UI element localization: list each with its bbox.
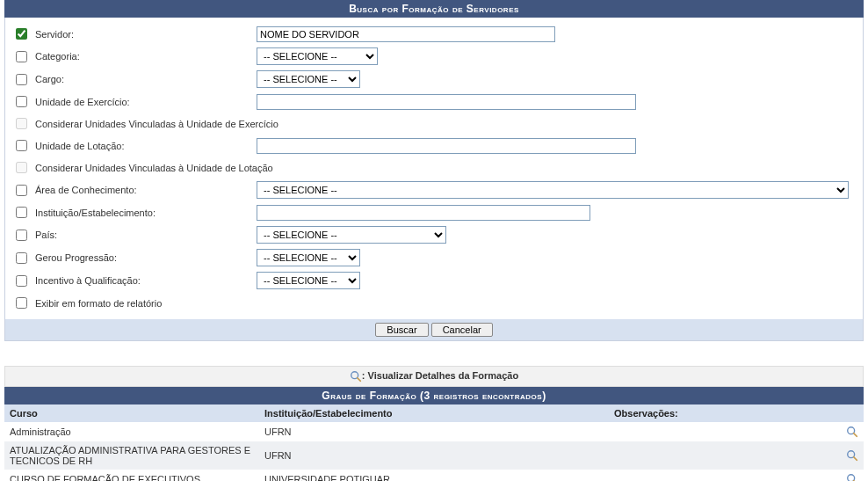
select-pais[interactable]: -- SELECIONE --: [257, 226, 446, 244]
input-instituicao[interactable]: [257, 205, 590, 221]
checkbox-categoria[interactable]: [16, 51, 27, 62]
button-bar: Buscar Cancelar: [5, 319, 863, 340]
select-incentivo[interactable]: -- SELECIONE --: [257, 272, 360, 289]
label-unidade-lotacao: Unidade de Lotação:: [32, 141, 257, 151]
row-pais: País: -- SELECIONE --: [5, 223, 863, 246]
row-progressao: Gerou Progressão: -- SELECIONE --: [5, 246, 863, 269]
cell-obs: [609, 470, 837, 481]
row-servidor: Servidor:: [5, 23, 863, 45]
checkbox-considerar-exercicio: [16, 118, 27, 129]
label-cargo: Cargo:: [32, 74, 257, 84]
table-row: CURSO DE FORMAÇÃO DE EXECUTIVOSUNIVERSID…: [4, 470, 864, 481]
checkbox-progressao[interactable]: [16, 252, 27, 264]
cell-obs: [609, 441, 837, 470]
view-details-icon[interactable]: [846, 449, 858, 462]
label-progressao: Gerou Progressão:: [32, 252, 257, 263]
form-title: Busca por Formação de Servidores: [4, 0, 864, 18]
row-instituicao: Instituição/Estabelecimento:: [5, 201, 863, 223]
row-relatorio: Exibir em formato de relatório: [5, 292, 863, 314]
checkbox-cargo[interactable]: [16, 74, 27, 85]
results-header-row: Curso Instituição/Estabelecimento Observ…: [4, 404, 864, 422]
results-title: Graus de Formação (3 registros encontrad…: [4, 387, 864, 404]
col-inst: Instituição/Estabelecimento: [259, 404, 609, 422]
label-relatorio: Exibir em formato de relatório: [32, 298, 162, 309]
label-incentivo: Incentivo à Qualificação:: [32, 275, 257, 286]
select-categoria[interactable]: -- SELECIONE --: [257, 47, 378, 65]
input-unidade-exercicio[interactable]: [257, 94, 636, 110]
cell-inst: UNIVERSIDADE POTIGUAR: [259, 470, 609, 481]
checkbox-servidor[interactable]: [16, 28, 27, 40]
checkbox-unidade-exercicio[interactable]: [16, 96, 27, 107]
checkbox-relatorio[interactable]: [16, 297, 27, 309]
cell-inst: UFRN: [259, 422, 609, 441]
checkbox-area[interactable]: [16, 185, 27, 196]
buscar-button[interactable]: Buscar: [375, 323, 428, 337]
checkbox-considerar-lotacao: [16, 162, 27, 173]
view-details-icon[interactable]: [846, 473, 858, 481]
row-categoria: Categoria: -- SELECIONE --: [5, 45, 863, 68]
select-progressao[interactable]: -- SELECIONE --: [257, 249, 360, 266]
table-row: AdministraçãoUFRN: [4, 422, 864, 441]
magnifier-icon: [350, 370, 362, 383]
cell-curso: CURSO DE FORMAÇÃO DE EXECUTIVOS: [4, 470, 259, 481]
label-servidor: Servidor:: [32, 29, 257, 40]
info-bar: : Visualizar Detalhes da Formação: [4, 366, 864, 387]
row-unidade-exercicio: Unidade de Exercício:: [5, 91, 863, 113]
cancelar-button[interactable]: Cancelar: [431, 323, 493, 337]
checkbox-instituicao[interactable]: [16, 207, 27, 218]
cell-curso: Administração: [4, 422, 259, 441]
input-unidade-lotacao[interactable]: [257, 138, 636, 154]
select-area[interactable]: -- SELECIONE --: [257, 181, 849, 199]
checkbox-unidade-lotacao[interactable]: [16, 140, 27, 151]
label-unidade-exercicio: Unidade de Exercício:: [32, 97, 257, 107]
input-servidor[interactable]: [257, 26, 555, 42]
row-cargo: Cargo: -- SELECIONE --: [5, 68, 863, 91]
label-considerar-lotacao: Considerar Unidades Vinculadas à Unidade…: [32, 163, 273, 173]
info-bar-text: : Visualizar Detalhes da Formação: [362, 370, 518, 381]
label-instituicao: Instituição/Estabelecimento:: [32, 208, 257, 218]
cell-obs: [609, 422, 837, 441]
label-considerar-exercicio: Considerar Unidades Vinculadas à Unidade…: [32, 119, 278, 129]
search-form: Servidor: Categoria: -- SELECIONE -- Car…: [4, 18, 864, 341]
col-curso: Curso: [4, 404, 259, 422]
label-pais: País:: [32, 230, 257, 240]
row-considerar-exercicio: Considerar Unidades Vinculadas à Unidade…: [5, 113, 863, 135]
row-incentivo: Incentivo à Qualificação: -- SELECIONE -…: [5, 269, 863, 292]
row-considerar-lotacao: Considerar Unidades Vinculadas à Unidade…: [5, 157, 863, 179]
col-obs: Observações:: [609, 404, 837, 422]
checkbox-incentivo[interactable]: [16, 275, 27, 287]
row-unidade-lotacao: Unidade de Lotação:: [5, 135, 863, 157]
results-table: Curso Instituição/Estabelecimento Observ…: [4, 404, 864, 481]
cell-curso: ATUALIZAÇÃO ADMINISTRATIVA PARA GESTORES…: [4, 441, 259, 470]
label-categoria: Categoria:: [32, 51, 257, 62]
label-area: Área de Conhecimento:: [32, 185, 257, 195]
table-row: ATUALIZAÇÃO ADMINISTRATIVA PARA GESTORES…: [4, 441, 864, 470]
select-cargo[interactable]: -- SELECIONE --: [257, 70, 360, 88]
view-details-icon[interactable]: [846, 426, 858, 438]
cell-inst: UFRN: [259, 441, 609, 470]
row-area: Área de Conhecimento: -- SELECIONE --: [5, 179, 863, 201]
col-view: [837, 404, 864, 422]
checkbox-pais[interactable]: [16, 230, 27, 241]
